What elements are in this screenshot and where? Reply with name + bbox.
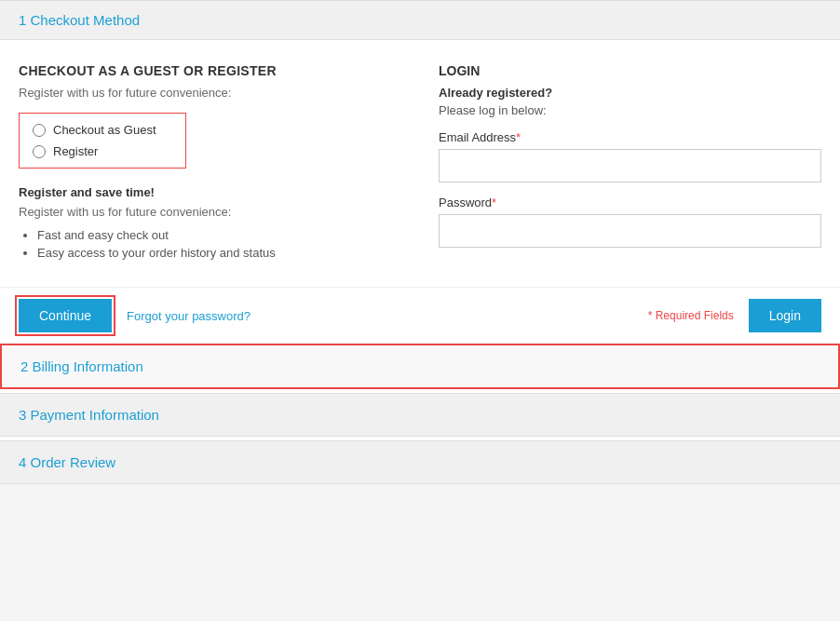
guest-radio[interactable] (33, 124, 46, 137)
please-log-text: Please log in below: (439, 103, 821, 117)
checkout-content: CHECKOUT AS A GUEST OR REGISTER Register… (0, 40, 840, 287)
step3-section[interactable]: 3 Payment Information (0, 393, 840, 437)
left-column: CHECKOUT AS A GUEST OR REGISTER Register… (19, 63, 401, 263)
forgot-password-link[interactable]: Forgot your password? (127, 309, 251, 323)
page-wrapper: 1 Checkout Method CHECKOUT AS A GUEST OR… (0, 0, 840, 484)
email-input[interactable] (439, 149, 821, 182)
password-group: Password* (439, 196, 821, 248)
step2-header-label: 2 Billing Information (20, 358, 143, 374)
continue-button[interactable]: Continue (19, 299, 112, 332)
password-required-mark: * (492, 196, 496, 209)
benefit-item-2: Easy access to your order history and st… (37, 246, 401, 260)
guest-option[interactable]: Checkout as Guest (33, 123, 172, 137)
password-label: Password* (439, 196, 821, 209)
email-label: Email Address* (439, 130, 821, 144)
login-heading: LOGIN (439, 63, 821, 78)
step4-header-label: 4 Order Review (19, 454, 115, 470)
step3-header-label: 3 Payment Information (19, 407, 159, 423)
step1-header: 1 Checkout Method (0, 0, 840, 40)
checkout-options-box: Checkout as Guest Register (19, 113, 186, 169)
guest-option-label: Checkout as Guest (53, 123, 156, 137)
step2-section[interactable]: 2 Billing Information (0, 344, 840, 389)
register-option-label: Register (53, 144, 98, 158)
action-bar-inner: Continue Forgot your password? * Require… (19, 299, 821, 332)
login-button[interactable]: Login (749, 299, 821, 332)
benefit-item-1: Fast and easy check out (37, 228, 401, 242)
register-radio[interactable] (33, 145, 46, 158)
action-bar: Continue Forgot your password? * Require… (0, 287, 840, 344)
required-note: * Required Fields (648, 309, 734, 322)
step4-section[interactable]: 4 Order Review (0, 440, 840, 484)
register-save-title: Register and save time! (19, 185, 401, 199)
right-column: LOGIN Already registered? Please log in … (439, 63, 821, 263)
left-actions: Continue Forgot your password? (19, 299, 251, 332)
step1-header-label: 1 Checkout Method (19, 12, 140, 28)
password-input[interactable] (439, 214, 821, 248)
register-save-subtitle: Register with us for future convenience: (19, 205, 401, 219)
already-registered-text: Already registered? (439, 86, 821, 100)
email-required-mark: * (516, 130, 521, 144)
register-option[interactable]: Register (33, 144, 172, 158)
email-group: Email Address* (439, 130, 821, 182)
benefit-list: Fast and easy check out Easy access to y… (19, 228, 401, 260)
guest-register-heading: CHECKOUT AS A GUEST OR REGISTER (19, 63, 401, 78)
guest-register-subtitle: Register with us for future convenience: (19, 86, 401, 100)
right-actions: * Required Fields Login (648, 299, 821, 332)
